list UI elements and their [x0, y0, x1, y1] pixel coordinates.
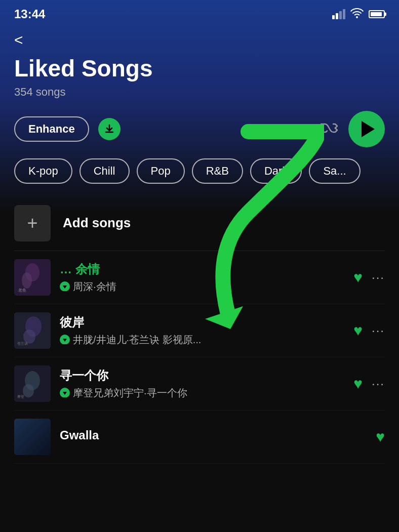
wifi-icon — [350, 8, 364, 21]
controls-row: Enhance — [0, 111, 399, 147]
song-art-0: 老鱼 — [14, 259, 51, 296]
signal-icon — [332, 9, 345, 19]
more-icon-2[interactable]: ··· — [372, 377, 385, 391]
song-count: 354 songs — [14, 86, 385, 99]
play-button[interactable] — [348, 111, 385, 147]
download-dot-1 — [60, 335, 70, 345]
song-row: Gwalla ♥ — [14, 411, 385, 464]
album-art-2: 摩登 — [14, 365, 51, 402]
download-dot-inner-0 — [63, 285, 67, 289]
svg-point-10 — [23, 384, 34, 397]
song-actions-0: ♥ ··· — [353, 269, 385, 286]
download-icon — [104, 124, 115, 135]
status-icons — [332, 8, 385, 21]
heart-icon-0[interactable]: ♥ — [353, 269, 363, 286]
song-info-0: … 余情 周深·余情 — [60, 261, 344, 294]
download-dot-inner-1 — [63, 339, 67, 342]
svg-text:苍兰诀: 苍兰诀 — [17, 342, 28, 346]
album-art-1: 苍兰诀 — [14, 312, 51, 349]
song-info-2: 寻一个你 摩登兄弟刘宇宁·寻一个你 — [60, 367, 344, 400]
back-button[interactable]: < — [14, 31, 23, 49]
signal-bar-1 — [332, 15, 335, 19]
more-icon-0[interactable]: ··· — [372, 270, 385, 284]
song-artist-0: 周深·余情 — [73, 280, 116, 294]
signal-bar-3 — [339, 11, 342, 19]
song-actions-3: ♥ — [376, 428, 385, 445]
shuffle-icon — [319, 120, 339, 136]
heart-icon-3[interactable]: ♥ — [376, 428, 385, 445]
svg-text:摩登: 摩登 — [17, 395, 24, 399]
song-info-1: 彼岸 井胧/井迪儿·苍兰诀 影视原... — [60, 314, 344, 347]
add-songs-icon: + — [14, 205, 51, 241]
battery-icon — [369, 10, 385, 18]
song-actions-2: ♥ ··· — [353, 375, 385, 392]
song-art-3 — [14, 419, 51, 455]
download-button[interactable] — [98, 118, 121, 140]
heart-icon-2[interactable]: ♥ — [353, 375, 363, 392]
download-dot-2 — [60, 388, 70, 398]
genre-pill-dark[interactable]: Dark — [250, 158, 302, 184]
signal-bar-2 — [336, 13, 338, 19]
genre-pill-rnb[interactable]: R&B — [192, 158, 243, 184]
heart-icon-1[interactable]: ♥ — [353, 322, 363, 339]
genre-pill-kpop[interactable]: K-pop — [14, 158, 72, 184]
song-list: + Add songs 老鱼 … 余情 周深·余情 — [0, 196, 399, 464]
song-row: 老鱼 … 余情 周深·余情 ♥ ··· — [14, 251, 385, 304]
svg-rect-13 — [14, 419, 51, 455]
enhance-button[interactable]: Enhance — [14, 116, 89, 142]
download-dot-0 — [60, 281, 70, 292]
song-artist-1: 井胧/井迪儿·苍兰诀 影视原... — [73, 333, 201, 347]
add-songs-label: Add songs — [63, 215, 131, 231]
song-art-2: 摩登 — [14, 365, 51, 402]
battery-fill — [371, 12, 382, 16]
song-row: 摩登 寻一个你 摩登兄弟刘宇宁·寻一个你 ♥ ··· — [14, 357, 385, 411]
signal-bar-4 — [343, 9, 345, 19]
svg-point-2 — [22, 272, 32, 289]
song-title-2: 寻一个你 — [60, 367, 344, 384]
song-title-1: 彼岸 — [60, 314, 344, 331]
more-icon-1[interactable]: ··· — [372, 323, 385, 338]
song-title-0: … 余情 — [60, 261, 344, 277]
song-artist-2: 摩登兄弟刘宇宁·寻一个你 — [73, 386, 187, 400]
song-info-3: Gwalla — [60, 428, 367, 445]
song-meta-1: 井胧/井迪儿·苍兰诀 影视原... — [60, 333, 344, 347]
song-art-1: 苍兰诀 — [14, 312, 51, 349]
download-dot-inner-2 — [63, 392, 67, 395]
genre-pill-chill[interactable]: Chill — [79, 158, 130, 184]
album-art-0: 老鱼 — [14, 259, 51, 296]
genre-pills: K-pop Chill Pop R&B Dark Sa... — [0, 158, 399, 196]
song-actions-1: ♥ ··· — [353, 322, 385, 339]
genre-pill-sa[interactable]: Sa... — [309, 158, 360, 184]
play-icon — [362, 121, 375, 137]
song-row: 苍兰诀 彼岸 井胧/井迪儿·苍兰诀 影视原... ♥ ··· — [14, 304, 385, 357]
album-art-3 — [14, 419, 51, 455]
status-bar: 13:44 — [0, 0, 399, 25]
status-time: 13:44 — [14, 7, 45, 21]
genre-pill-pop[interactable]: Pop — [137, 158, 185, 184]
svg-text:老鱼: 老鱼 — [18, 288, 26, 293]
shuffle-button[interactable] — [319, 120, 339, 138]
song-title-3: Gwalla — [60, 428, 367, 442]
song-meta-2: 摩登兄弟刘宇宁·寻一个你 — [60, 386, 344, 400]
page-title: Liked Songs — [14, 56, 385, 81]
header: < Liked Songs 354 songs — [0, 25, 399, 99]
add-songs-row[interactable]: + Add songs — [14, 196, 385, 251]
song-meta-0: 周深·余情 — [60, 280, 344, 294]
